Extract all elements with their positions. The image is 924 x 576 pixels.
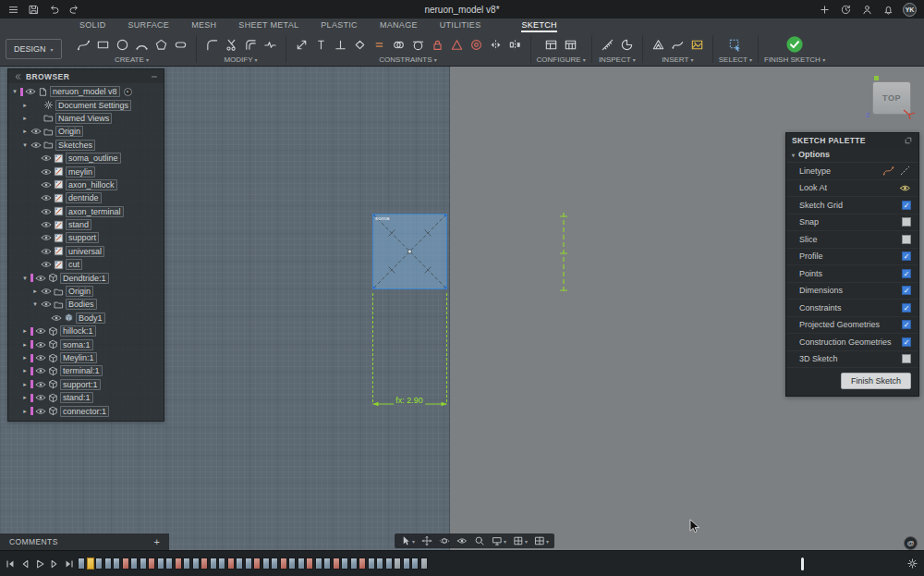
visibility-eye-icon[interactable] (41, 234, 52, 241)
viewports-icon[interactable]: ▾ (534, 535, 549, 546)
break-icon[interactable] (261, 35, 280, 55)
checkbox-profile[interactable]: ✓ (902, 251, 911, 261)
grid-settings-icon[interactable]: ▾ (513, 535, 528, 546)
browser-item-axon-hillock[interactable]: axon_hillock (8, 178, 164, 191)
checkbox-projected-geometries[interactable]: ✓ (902, 320, 911, 329)
browser-item-document-settings[interactable]: ▸Document Settings (8, 98, 164, 111)
timeline-feature-30[interactable] (333, 558, 340, 570)
visibility-eye-icon[interactable] (51, 314, 62, 322)
chevron-icon[interactable]: ▸ (21, 128, 29, 135)
add-comment-button[interactable]: + (154, 537, 160, 547)
tab-surface[interactable]: SURFACE (128, 18, 170, 32)
step-back-icon[interactable] (19, 558, 30, 570)
timeline-feature-8[interactable] (140, 558, 147, 570)
checkbox-slice[interactable] (902, 235, 911, 244)
timeline-feature-12[interactable] (175, 558, 182, 570)
timeline-feature-37[interactable] (394, 558, 401, 570)
browser-item-hillock-1[interactable]: ▸hillock:1 (8, 325, 164, 337)
look-at-button-icon[interactable] (899, 182, 911, 194)
toolbar-group-label[interactable]: FINISH SKETCH ▾ (764, 55, 825, 64)
spline-icon[interactable] (74, 35, 93, 55)
coincident-icon[interactable] (389, 35, 408, 55)
chevron-icon[interactable]: ▸ (21, 394, 29, 401)
toolbar-group-label[interactable]: INSERT ▾ (662, 55, 693, 64)
browser-item-bodies[interactable]: ▾Bodies (8, 298, 164, 311)
browser-item-label[interactable]: axon_hillock (66, 179, 117, 190)
checkbox-points[interactable]: ✓ (902, 269, 911, 278)
browser-item-meylin[interactable]: meylin (8, 165, 164, 178)
comments-bar[interactable]: COMMENTS + (0, 533, 169, 550)
timeline-feature-5[interactable] (113, 558, 120, 570)
chevron-icon[interactable]: ▸ (21, 115, 29, 122)
browser-item-support-1[interactable]: ▸support:1 (8, 378, 164, 391)
help-bubble-icon[interactable]: @ (904, 536, 918, 550)
midpoint-icon[interactable] (350, 35, 370, 55)
perpendicular-icon[interactable] (331, 35, 350, 55)
tangent-icon[interactable] (408, 35, 428, 55)
save-icon[interactable] (28, 4, 40, 16)
checkbox-snap[interactable] (902, 217, 911, 227)
history-icon[interactable] (840, 4, 852, 16)
checkbox-construction-geometries[interactable]: ✓ (902, 337, 911, 347)
timeline-feature-28[interactable] (315, 558, 322, 570)
browser-item-label[interactable]: axon_terminal (66, 206, 124, 217)
visibility-eye-icon[interactable] (30, 141, 42, 149)
redo-icon[interactable] (68, 4, 80, 16)
timeline-feature-4[interactable] (104, 558, 112, 570)
browser-item-label[interactable]: Meylin:1 (60, 352, 97, 363)
pan-icon[interactable] (421, 535, 432, 546)
visibility-eye-icon[interactable] (41, 154, 52, 162)
timeline-feature-9[interactable] (148, 558, 155, 570)
timeline-feature-16[interactable] (210, 558, 217, 570)
timeline-feature-13[interactable] (183, 558, 190, 570)
checkbox-dimensions[interactable]: ✓ (902, 286, 911, 295)
browser-item-meylin-1[interactable]: ▸Meylin:1 (8, 351, 164, 364)
visibility-eye-icon[interactable] (41, 248, 52, 255)
timeline-feature-6[interactable] (122, 558, 129, 570)
toolbar-group-label[interactable]: CONFIGURE ▾ (537, 55, 586, 64)
visibility-eye-icon[interactable] (41, 208, 52, 215)
chevron-icon[interactable]: ▸ (31, 288, 39, 295)
chevron-icon[interactable]: ▾ (21, 275, 29, 282)
chevron-icon[interactable]: ▸ (21, 381, 29, 388)
browser-item-label[interactable]: support (66, 232, 99, 243)
arc-icon[interactable] (132, 35, 152, 55)
chevron-icon[interactable]: ▸ (21, 102, 29, 109)
browser-item-label[interactable]: hillock:1 (60, 325, 96, 337)
finish-sketch-button[interactable]: Finish Sketch (841, 373, 911, 389)
concentric-icon[interactable] (467, 35, 486, 55)
browser-item-label[interactable]: terminal:1 (60, 365, 103, 376)
add-icon[interactable] (819, 4, 831, 16)
toolbar-group-label[interactable]: CONSTRAINTS ▾ (379, 55, 437, 64)
timeline-feature-2[interactable] (87, 558, 94, 570)
chevron-icon[interactable]: ▸ (21, 341, 29, 349)
timeline-position-marker[interactable] (801, 558, 804, 570)
spline-linetype-icon[interactable] (882, 165, 894, 177)
browser-item-label[interactable]: Origin (55, 126, 83, 137)
browser-item-origin[interactable]: ▸Origin (8, 285, 164, 298)
timeline-feature-34[interactable] (368, 558, 375, 570)
checkbox-constraints[interactable]: ✓ (902, 303, 911, 313)
checkbox-3d-sketch[interactable] (902, 354, 911, 363)
visibility-eye-icon[interactable] (35, 341, 46, 349)
visibility-eye-icon[interactable] (35, 408, 46, 415)
timeline-feature-31[interactable] (341, 558, 348, 570)
chevron-icon[interactable]: ▸ (21, 367, 29, 374)
browser-item-label[interactable]: universal (66, 246, 104, 257)
timeline-feature-23[interactable] (271, 558, 278, 570)
visibility-eye-icon[interactable] (35, 381, 46, 388)
timeline-feature-29[interactable] (323, 558, 331, 570)
timeline-feature-27[interactable] (306, 558, 313, 570)
timeline-feature-15[interactable] (201, 558, 208, 570)
browser-item-label[interactable]: Body1 (76, 313, 105, 324)
browser-item-dentride[interactable]: dentride (8, 191, 164, 204)
tab-manage[interactable]: MANAGE (380, 18, 418, 32)
browser-item-soma-outline[interactable]: soma_outline (8, 152, 164, 165)
browser-item-label[interactable]: Sketches (55, 140, 95, 151)
tab-mesh[interactable]: MESH (191, 18, 216, 32)
browser-item-named-views[interactable]: ▸Named Views (8, 112, 164, 125)
finish-sketch-icon[interactable] (784, 33, 806, 55)
browser-item-support[interactable]: support (8, 231, 164, 244)
minimize-icon[interactable] (150, 72, 159, 81)
app-menu-icon[interactable] (7, 4, 19, 16)
